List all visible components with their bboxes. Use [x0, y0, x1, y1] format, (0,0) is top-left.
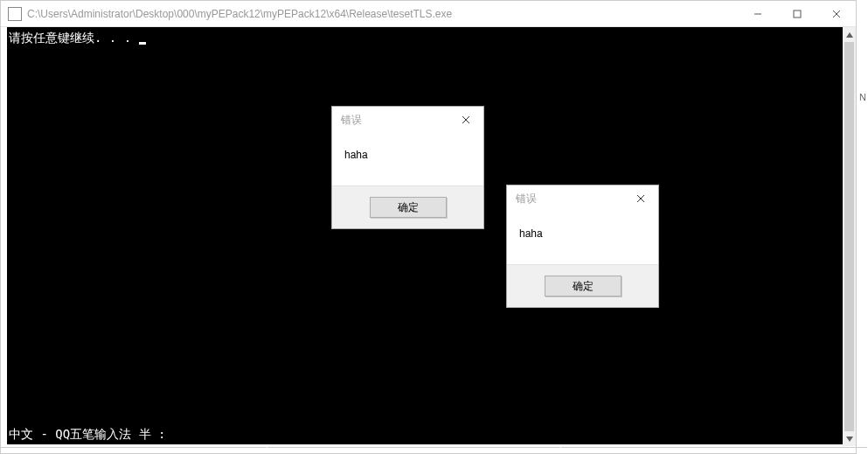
dialog-title: 错误: [341, 113, 454, 128]
bottom-segment: [561, 447, 867, 454]
console-output[interactable]: 请按任意键继续. . . 中文 - QQ五笔输入法 半 :: [7, 27, 843, 444]
window-title: C:\Users\Administrator\Desktop\000\myPEP…: [27, 8, 738, 20]
ok-button[interactable]: 确定: [370, 197, 447, 218]
scroll-track[interactable]: [843, 42, 856, 431]
dialog-close-button[interactable]: [454, 110, 478, 129]
dialog-titlebar[interactable]: 错误: [332, 107, 483, 133]
dialog-message: haha: [507, 212, 658, 264]
svg-rect-1: [794, 10, 801, 17]
bottom-segment: [0, 447, 267, 454]
svg-marker-4: [846, 32, 853, 38]
console-window: C:\Users\Administrator\Desktop\000\myPEP…: [0, 0, 857, 454]
bottom-strip: [0, 447, 868, 454]
scroll-down-button[interactable]: [843, 431, 856, 446]
window-controls: [738, 1, 856, 26]
dialog-footer: 确定: [507, 264, 658, 307]
titlebar[interactable]: C:\Users\Administrator\Desktop\000\myPEP…: [1, 1, 856, 27]
svg-marker-5: [846, 437, 853, 442]
error-dialog-1[interactable]: 错误 haha 确定: [331, 106, 484, 229]
close-button[interactable]: [816, 1, 856, 26]
error-dialog-2[interactable]: 错误 haha 确定: [506, 185, 659, 308]
console-prompt-line: 请按任意键继续. . .: [9, 31, 139, 45]
bottom-segment: [267, 447, 560, 454]
ime-status-line: 中文 - QQ五笔输入法 半 :: [9, 427, 165, 443]
right-panel-hint: N: [858, 84, 868, 110]
ok-button[interactable]: 确定: [545, 276, 621, 297]
dialog-message: haha: [332, 133, 483, 185]
dialog-footer: 确定: [332, 185, 483, 228]
scroll-up-button[interactable]: [843, 27, 856, 42]
vertical-scrollbar[interactable]: [843, 27, 856, 446]
dialog-titlebar[interactable]: 错误: [507, 185, 658, 212]
maximize-button[interactable]: [777, 1, 816, 26]
scroll-thumb[interactable]: [844, 42, 854, 431]
minimize-button[interactable]: [738, 1, 777, 26]
dialog-close-button[interactable]: [628, 189, 653, 208]
text-cursor: [139, 42, 146, 45]
dialog-title: 错误: [516, 192, 628, 206]
app-icon: [8, 7, 22, 21]
